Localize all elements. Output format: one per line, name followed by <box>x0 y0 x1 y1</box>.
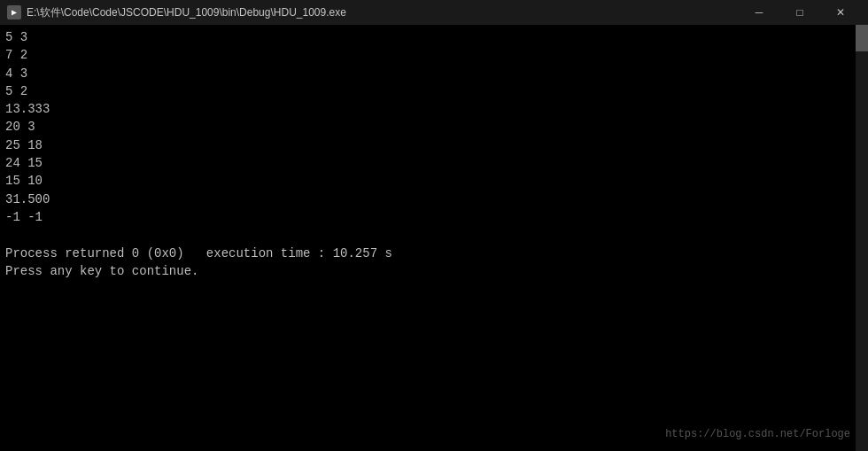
console-line: 4 3 <box>5 65 863 82</box>
console-line: 15 10 <box>5 172 863 190</box>
app-icon: ▶ <box>7 5 21 19</box>
watermark: https://blog.csdn.net/Forloge <box>665 427 850 442</box>
scrollbar[interactable] <box>856 25 868 451</box>
titlebar: ▶ E:\软件\Code\Code\JSCODE\HDU_1009\bin\De… <box>0 0 868 25</box>
console-line: 13.333 <box>5 100 863 118</box>
console-line: 5 2 <box>5 82 863 100</box>
console-line: -1 -1 <box>5 208 863 226</box>
maximize-button[interactable]: □ <box>779 0 820 25</box>
console-line: 5 3 <box>5 28 863 46</box>
console-lines: 5 37 24 35 213.33320 325 1824 1515 1031.… <box>5 28 863 280</box>
console-line: 7 2 <box>5 46 863 64</box>
console-line: Press any key to continue. <box>5 262 863 280</box>
console-line: 25 18 <box>5 136 863 154</box>
console-line: 20 3 <box>5 118 863 136</box>
window-controls: ─ □ ✕ <box>739 0 861 25</box>
minimize-button[interactable]: ─ <box>739 0 779 25</box>
console-line: 24 15 <box>5 154 863 172</box>
scrollbar-thumb[interactable] <box>856 25 868 51</box>
console-output: 5 37 24 35 213.33320 325 1824 1515 1031.… <box>0 25 868 451</box>
console-line: 31.500 <box>5 191 863 208</box>
window-title: E:\软件\Code\Code\JSCODE\HDU_1009\bin\Debu… <box>27 5 739 20</box>
console-line: Process returned 0 (0x0) execution time … <box>5 245 863 262</box>
console-line <box>5 226 863 244</box>
close-button[interactable]: ✕ <box>820 0 861 25</box>
